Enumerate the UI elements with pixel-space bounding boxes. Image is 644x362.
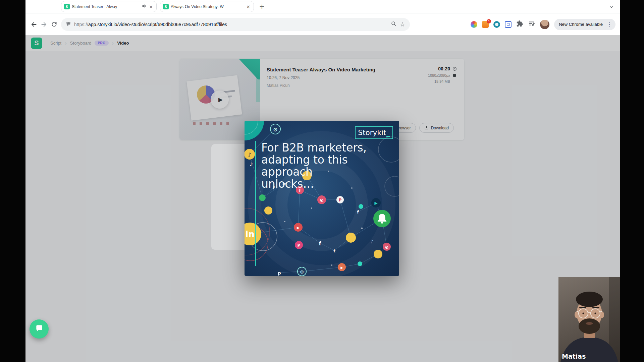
teal-extension-icon[interactable] [493, 21, 500, 28]
tab-always-on[interactable]: S Always-On Video Strategy: W × [160, 1, 254, 12]
storykit-favicon: S [64, 4, 70, 9]
extensions-puzzle-icon[interactable] [516, 20, 523, 28]
blue-extension-icon[interactable] [505, 21, 512, 28]
url-text: https://app.storykit.io/video-studio/scr… [74, 22, 388, 27]
omnibox[interactable]: https://app.storykit.io/video-studio/scr… [61, 18, 410, 31]
flag-icon [359, 204, 363, 209]
storykit-app: S Script › Storyboard PRO › Video [25, 35, 620, 362]
wordmark-cursor: _ [386, 129, 390, 137]
kebab-menu-icon[interactable]: ⋮ [605, 21, 613, 27]
yellow-dot [346, 233, 356, 243]
browser-window: S Statement Teaser : Alway × S Always-On… [25, 0, 620, 362]
teal-accent-line [255, 141, 256, 266]
url-scheme: https:// [74, 22, 88, 27]
bookmark-star-icon[interactable]: ☆ [400, 21, 405, 28]
green-dot [259, 194, 266, 201]
svg-text:♪: ♪ [250, 162, 253, 167]
screen: S Statement Teaser : Alway × S Always-On… [0, 0, 644, 362]
storykit-wordmark: Storykit_ [355, 126, 393, 139]
svg-text:♪: ♪ [248, 152, 251, 158]
teal-corner-circle [245, 121, 264, 140]
svg-text:⊙: ⊙ [300, 269, 304, 275]
tab-search-chevron-icon[interactable] [609, 4, 614, 11]
youtube-icon: ▶ [371, 198, 381, 207]
reload-button[interactable] [49, 19, 59, 29]
svg-text:♪: ♪ [370, 239, 374, 245]
url-rest: app.storykit.io/video-studio/script/690d… [88, 22, 227, 27]
svg-text:▶: ▶ [340, 266, 343, 269]
svg-text:⊙: ⊙ [273, 126, 277, 133]
svg-text:f: f [319, 240, 322, 247]
facecam: Matias [558, 277, 620, 362]
pinterest-icon: P [295, 241, 303, 249]
instagram-icon: ⊙ [383, 243, 391, 251]
yellow-dot [374, 250, 382, 258]
tab-close-icon[interactable]: × [246, 4, 251, 9]
forward-button[interactable] [39, 19, 49, 29]
chrome-update-button[interactable]: New Chrome available ⋮ [554, 19, 615, 30]
chat-bubble-button[interactable] [30, 319, 49, 339]
profile-avatar[interactable] [540, 20, 549, 29]
site-info-icon[interactable] [66, 21, 71, 28]
instagram-icon: ⊙ [270, 124, 280, 134]
video-preview-modal[interactable]: ⊙♪♪inff⊙P▶f▶in♪fPt⊙▶⊙p Storykit_ Fo [245, 121, 399, 276]
storykit-favicon: S [163, 4, 169, 9]
tab-title: Always-On Video Strategy: W [171, 4, 244, 9]
back-button[interactable] [29, 19, 39, 29]
svg-text:P: P [339, 198, 342, 202]
preview-headline: For B2B marketers, adapting to this appr… [261, 142, 392, 190]
svg-text:P: P [298, 243, 301, 248]
orange-extension-icon[interactable]: 1 [482, 21, 489, 28]
svg-text:⊙: ⊙ [320, 197, 324, 203]
tab-statement-teaser[interactable]: S Statement Teaser : Alway × [61, 1, 157, 12]
new-tab-button[interactable]: + [257, 2, 267, 11]
instagram-icon: ⊙ [317, 195, 326, 204]
zoom-icon[interactable] [391, 21, 397, 28]
tab-title: Statement Teaser : Alway [72, 4, 140, 9]
yellow-dot [264, 206, 272, 215]
facecam-name: Matias [562, 353, 586, 360]
flag-icon [358, 261, 362, 266]
chat-icon [35, 324, 44, 334]
svg-text:t: t [333, 248, 335, 253]
tiktok-icon: ♪ [248, 161, 254, 167]
youtube-icon: ▶ [338, 263, 346, 271]
facecam-person [558, 277, 620, 362]
audio-playing-icon [142, 4, 146, 10]
svg-text:▶: ▶ [297, 226, 300, 230]
youtube-icon: ▶ [294, 223, 303, 232]
colorwheel-extension-icon[interactable] [471, 21, 477, 28]
svg-text:p: p [278, 270, 281, 276]
browser-toolbar: https://app.storykit.io/video-studio/scr… [25, 13, 620, 35]
media-controls-icon[interactable] [528, 20, 535, 29]
svg-text:▶: ▶ [374, 201, 378, 205]
svg-text:⊙: ⊙ [385, 245, 389, 250]
svg-text:f: f [357, 210, 359, 215]
music-note-icon: ♪ [245, 149, 255, 160]
tab-strip: S Statement Teaser : Alway × S Always-On… [25, 0, 620, 13]
pinterest-icon: P [336, 196, 344, 203]
svg-text:in: in [245, 229, 254, 239]
extension-badge: 1 [487, 19, 491, 23]
tab-close-icon[interactable]: × [148, 4, 154, 9]
toolbar-right-cluster: 1 New Chrome available ⋮ [471, 19, 615, 30]
chrome-update-label: New Chrome available [559, 22, 603, 27]
